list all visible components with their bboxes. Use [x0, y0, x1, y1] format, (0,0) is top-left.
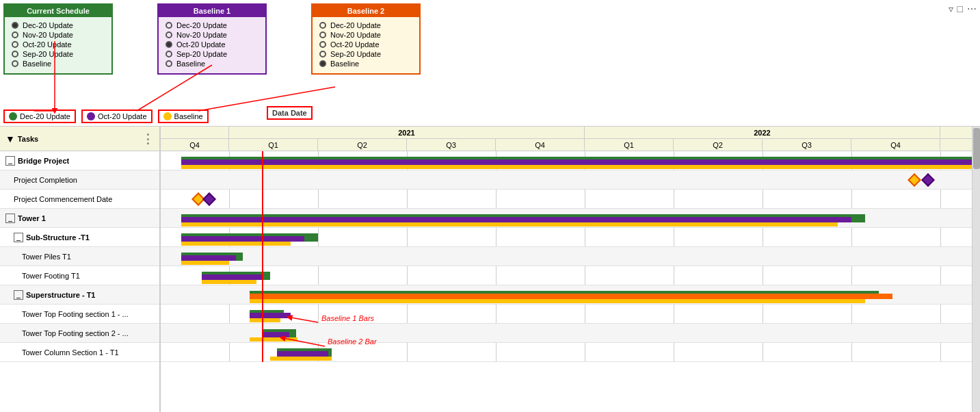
task-name: Tower Top Footing section 2 - ...: [22, 329, 129, 337]
bar-purple-tcs1: [277, 351, 328, 357]
resize-handle[interactable]: ⋮: [142, 131, 154, 146]
legend-item[interactable]: Sep-20 Update: [319, 50, 412, 58]
legend-item[interactable]: Sep-20 Update: [12, 50, 105, 58]
bar-gold-tcs1: [270, 357, 332, 361]
legend-item-label: Dec-20 Update: [23, 21, 73, 29]
legend-item[interactable]: Nov-20 Update: [165, 31, 259, 39]
legend-item[interactable]: Oct-20 Update: [319, 40, 412, 49]
task-row[interactable]: ⎯ Tower 1: [0, 209, 159, 228]
task-row[interactable]: Project Completion: [0, 170, 159, 190]
milestone-purple-completion: [921, 173, 935, 187]
task-list-header: ▼ Tasks ⋮: [0, 127, 159, 151]
year-2022: 2022: [585, 127, 940, 138]
bar-gold-footing: [202, 280, 256, 284]
filter-icon[interactable]: ▿: [949, 3, 953, 14]
milestone-gold-completion: [908, 173, 921, 187]
bar-purple-piles: [181, 255, 236, 261]
tasks-header-label: Tasks: [18, 135, 38, 143]
task-row[interactable]: ⎯ Superstructure - T1: [0, 285, 159, 305]
legend-item[interactable]: Nov-20 Update: [12, 31, 105, 39]
radio[interactable]: [319, 51, 326, 57]
task-name: Project Commencement Date: [14, 195, 112, 203]
bar-orange-super: [250, 294, 892, 299]
gantt-area: ▼ Tasks ⋮ ⎯ Bridge Project Project Compl…: [0, 127, 980, 412]
task-row[interactable]: ⎯ Bridge Project: [0, 151, 159, 170]
legend-item[interactable]: Baseline: [319, 60, 412, 68]
data-date-line: [262, 151, 263, 362]
vertical-scrollbar[interactable]: [972, 127, 980, 412]
legend-item[interactable]: Dec-20 Update: [12, 21, 105, 29]
radio[interactable]: [319, 22, 326, 29]
legend-item[interactable]: Baseline: [12, 60, 105, 68]
year-empty: [161, 127, 229, 138]
baseline1-legend[interactable]: Baseline 1 Dec-20 Update Nov-20 Update O…: [157, 3, 267, 75]
gantt-row-superstructure: [161, 285, 980, 305]
task-row[interactable]: Tower Top Footing section 1 - ...: [0, 305, 159, 324]
bar-purple-ttf1: [250, 313, 291, 318]
current-schedule-title: Current Schedule: [5, 5, 111, 17]
legend-item[interactable]: Nov-20 Update: [319, 31, 412, 39]
radio-selected[interactable]: [165, 41, 172, 48]
collapse-icon[interactable]: ⎯: [5, 156, 15, 166]
annotation-baseline2-label: Baseline 2 Bar: [328, 337, 377, 346]
gantt-row-tower-piles: [161, 247, 980, 266]
task-list: ▼ Tasks ⋮ ⎯ Bridge Project Project Compl…: [0, 127, 161, 412]
radio[interactable]: [12, 31, 18, 38]
legend-item-label: Nov-20 Update: [23, 31, 73, 39]
quarter-q2-2021: Q2: [318, 139, 407, 151]
collapse-icon[interactable]: ⎯: [14, 290, 23, 300]
radio[interactable]: [165, 60, 172, 67]
green-dot: [9, 112, 17, 120]
task-row[interactable]: Tower Column Section 1 - T1: [0, 343, 159, 362]
gantt-row-ttf2: [161, 324, 980, 343]
legend-item-label: Baseline: [176, 60, 205, 68]
task-row[interactable]: Tower Piles T1: [0, 247, 159, 266]
sort-icon[interactable]: ▼: [5, 133, 15, 144]
legend-item-label: Sep-20 Update: [176, 50, 227, 58]
collapse-icon[interactable]: ⎯: [14, 233, 23, 242]
radio[interactable]: [12, 41, 18, 48]
gantt-row-project-completion: [161, 170, 980, 190]
radio-selected[interactable]: [12, 22, 18, 29]
scrollbar-thumb[interactable]: [973, 128, 980, 169]
export-icon[interactable]: □: [957, 3, 963, 14]
quarter-q3-2022: Q3: [763, 139, 851, 151]
task-name: Tower 1: [18, 214, 46, 222]
task-row[interactable]: Tower Footing T1: [0, 266, 159, 285]
quarter-q1-2021: Q1: [229, 139, 318, 151]
radio-selected[interactable]: [319, 60, 326, 67]
legend-item[interactable]: Dec-20 Update: [319, 21, 412, 29]
task-name: Tower Footing T1: [22, 272, 80, 280]
baseline2-legend[interactable]: Baseline 2 Dec-20 Update Nov-20 Update O…: [311, 3, 421, 75]
radio[interactable]: [165, 51, 172, 57]
active-baseline2-label: Baseline: [174, 112, 203, 120]
legend-item[interactable]: Baseline: [165, 60, 259, 68]
gantt-row-commencement: [161, 190, 980, 209]
collapse-icon[interactable]: ⎯: [5, 214, 15, 223]
radio[interactable]: [319, 31, 326, 38]
legend-item-label: Nov-20 Update: [176, 31, 227, 39]
radio[interactable]: [165, 22, 172, 29]
quarter-q3-2021: Q3: [407, 139, 496, 151]
task-name: Tower Top Footing section 1 - ...: [22, 310, 129, 318]
current-schedule-legend[interactable]: Current Schedule Dec-20 Update Nov-20 Up…: [3, 3, 113, 75]
radio[interactable]: [165, 31, 172, 38]
task-row[interactable]: Tower Top Footing section 2 - ...: [0, 324, 159, 343]
radio[interactable]: [319, 41, 326, 48]
legend-item-label: Baseline: [330, 60, 359, 68]
gantt-row-substructure: [161, 228, 980, 247]
legend-item[interactable]: Sep-20 Update: [165, 50, 259, 58]
task-row[interactable]: Project Commencement Date: [0, 190, 159, 209]
task-name: Tower Piles T1: [22, 253, 71, 261]
task-row[interactable]: ⎯ Sub-Structure -T1: [0, 228, 159, 247]
radio[interactable]: [12, 60, 18, 67]
legend-item[interactable]: Dec-20 Update: [165, 21, 259, 29]
legend-item[interactable]: Oct-20 Update: [165, 40, 259, 49]
legend-item[interactable]: Oct-20 Update: [12, 40, 105, 49]
quarter-q2-2022: Q2: [674, 139, 763, 151]
quarter-q4-2020: Q4: [161, 139, 229, 151]
radio[interactable]: [12, 51, 18, 57]
active-baseline2: Baseline: [158, 110, 209, 123]
main-container: Current Schedule Dec-20 Update Nov-20 Up…: [0, 0, 980, 412]
more-icon[interactable]: ⋯: [967, 3, 977, 14]
